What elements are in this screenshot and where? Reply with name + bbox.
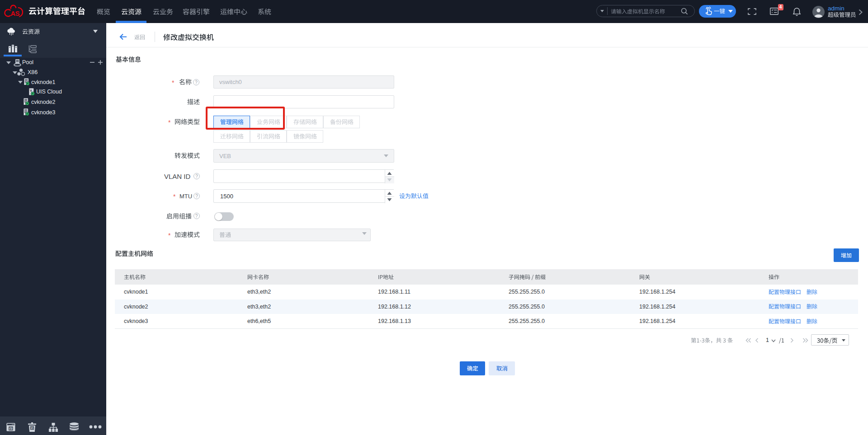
svg-text:V: V bbox=[31, 426, 33, 430]
svg-text:V: V bbox=[10, 427, 12, 430]
svg-text:AS: AS bbox=[10, 10, 19, 17]
